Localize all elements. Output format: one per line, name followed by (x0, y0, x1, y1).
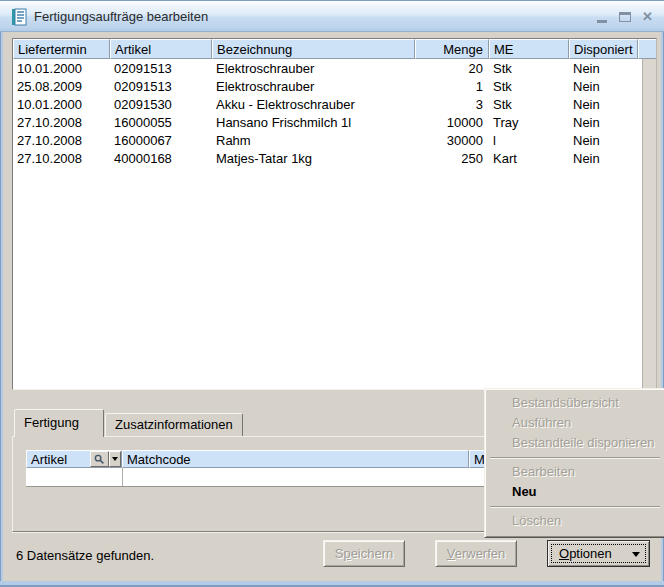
cell-artikel: 02091513 (110, 59, 212, 77)
column-header-artikel[interactable]: Artikel (110, 39, 212, 59)
cell-menge: 20 (415, 59, 489, 77)
cell-bezeichnung: Akku - Elektroschrauber (212, 95, 415, 113)
cell-disponiert: Nein (569, 77, 638, 95)
table-row[interactable]: 27.10.200840000168Matjes-Tatar 1kg250Kar… (13, 149, 642, 167)
close-icon: ✕ (642, 8, 653, 25)
table-row[interactable]: 27.10.200816000055Hansano Frischmilch 1l… (13, 113, 642, 131)
cell-me: Tray (489, 113, 569, 131)
search-icon (94, 454, 105, 465)
cell-liefertermin: 27.10.2008 (13, 113, 110, 131)
cell-artikel: 02091530 (110, 95, 212, 113)
cell-menge: 1 (415, 77, 489, 95)
document-icon (9, 7, 29, 27)
cell-menge: 30000 (415, 131, 489, 149)
table-row[interactable]: 10.01.200002091530Akku - Elektroschraube… (13, 95, 642, 113)
menu-item-l-schen[interactable]: Löschen (487, 511, 663, 531)
tab-fertigung[interactable]: Fertigung (14, 409, 104, 437)
subtable-cell-divider (122, 468, 123, 486)
cell-bezeichnung: Rahm (212, 131, 415, 149)
speichern-button[interactable]: Speichern (323, 540, 405, 567)
menu-item-bestandteile-disponieren[interactable]: Bestandteile disponieren (487, 433, 663, 453)
cell-bezeichnung: Elektroschrauber (212, 59, 415, 77)
cell-disponiert: Nein (569, 149, 638, 167)
dropdown-arrow-icon (112, 457, 118, 461)
close-button[interactable]: ✕ (639, 8, 656, 25)
maximize-button[interactable] (616, 8, 633, 25)
maximize-icon (619, 12, 631, 22)
optionen-context-menu: BestandsübersichtAusführenBestandteile d… (484, 388, 664, 538)
minimize-icon (597, 20, 607, 23)
cell-me: Stk (489, 77, 569, 95)
cell-artikel: 40000168 (110, 149, 212, 167)
menu-separator (490, 457, 660, 458)
cell-disponiert: Nein (569, 95, 638, 113)
cell-me: l (489, 131, 569, 149)
menu-item-neu[interactable]: Neu (487, 482, 663, 502)
cell-menge: 250 (415, 149, 489, 167)
cell-menge: 10000 (415, 113, 489, 131)
orders-list-body: 10.01.200002091513Elektroschrauber20StkN… (13, 59, 642, 389)
search-dropdown-button[interactable] (109, 451, 121, 467)
status-text: 6 Datensätze gefunden. (16, 548, 154, 563)
tab-zusatzinformationen[interactable]: Zusatzinformationen (105, 413, 243, 436)
cell-bezeichnung: Matjes-Tatar 1kg (212, 149, 415, 167)
cell-liefertermin: 27.10.2008 (13, 131, 110, 149)
minimize-button[interactable] (593, 8, 610, 25)
cell-bezeichnung: Hansano Frischmilch 1l (212, 113, 415, 131)
column-header-liefertermin[interactable]: Liefertermin (13, 39, 110, 59)
cell-bezeichnung: Elektroschrauber (212, 77, 415, 95)
orders-list-header: LieferterminArtikelBezeichnungMengeMEDis… (13, 39, 656, 59)
cell-artikel: 16000055 (110, 113, 212, 131)
dropdown-arrow-icon (632, 552, 640, 557)
table-row[interactable]: 10.01.200002091513Elektroschrauber20StkN… (13, 59, 642, 77)
table-row[interactable]: 27.10.200816000067Rahm30000lNein (13, 131, 642, 149)
titlebar: Fertigungsaufträge bearbeiten ✕ (0, 0, 664, 32)
cell-liefertermin: 25.08.2009 (13, 77, 110, 95)
cell-artikel: 02091513 (110, 77, 212, 95)
subtable-artikel-label: Artikel (31, 452, 67, 467)
column-header-menge[interactable]: Menge (415, 39, 489, 59)
menu-item-bestands-bersicht[interactable]: Bestandsübersicht (487, 393, 663, 413)
cell-me: Stk (489, 59, 569, 77)
cell-me: Kart (489, 149, 569, 167)
cell-liefertermin: 27.10.2008 (13, 149, 110, 167)
cell-menge: 3 (415, 95, 489, 113)
column-header-bezeichnung[interactable]: Bezeichnung (212, 39, 415, 59)
subtable-column-artikel: Artikel (26, 450, 122, 468)
column-header-filler (638, 39, 656, 59)
subtable-column-matchcode: Matchcode (122, 450, 469, 468)
window-controls: ✕ (593, 8, 656, 25)
window-title: Fertigungsaufträge bearbeiten (34, 9, 208, 24)
menu-separator (490, 506, 660, 507)
cell-artikel: 16000067 (110, 131, 212, 149)
app-window: Fertigungsaufträge bearbeiten ✕ Lieferte… (0, 0, 664, 587)
cell-liefertermin: 10.01.2000 (13, 59, 110, 77)
search-button[interactable] (90, 451, 109, 467)
orders-list: LieferterminArtikelBezeichnungMengeMEDis… (12, 38, 657, 390)
column-header-me[interactable]: ME (489, 39, 569, 59)
cell-disponiert: Nein (569, 59, 638, 77)
cell-me: Stk (489, 95, 569, 113)
column-header-disponiert[interactable]: Disponiert (569, 39, 638, 59)
vertical-scrollbar[interactable] (642, 59, 656, 389)
optionen-button[interactable]: Optionen (547, 540, 650, 567)
cell-disponiert: Nein (569, 113, 638, 131)
verwerfen-button[interactable]: Verwerfen (435, 540, 517, 567)
cell-liefertermin: 10.01.2000 (13, 95, 110, 113)
table-row[interactable]: 25.08.200902091513Elektroschrauber1StkNe… (13, 77, 642, 95)
menu-item-bearbeiten[interactable]: Bearbeiten (487, 462, 663, 482)
menu-item-ausf-hren[interactable]: Ausführen (487, 413, 663, 433)
cell-disponiert: Nein (569, 131, 638, 149)
window-border-bottom (0, 581, 664, 587)
